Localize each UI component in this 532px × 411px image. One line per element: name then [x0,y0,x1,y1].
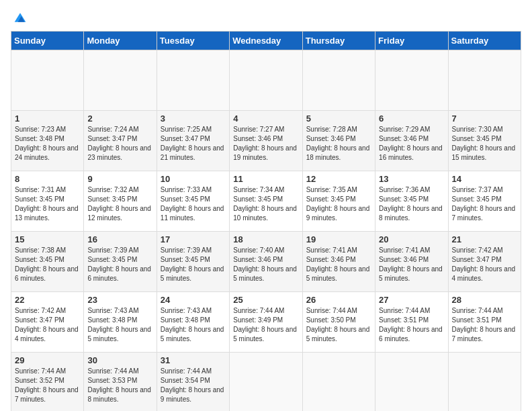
day-number: 29 [15,355,80,365]
calendar-cell: 2Sunrise: 7:24 AMSunset: 3:47 PMDaylight… [84,111,157,171]
calendar-table: SundayMondayTuesdayWednesdayThursdayFrid… [11,31,521,411]
day-number: 9 [87,174,152,184]
day-number: 18 [233,234,298,244]
calendar-cell: 25Sunrise: 7:44 AMSunset: 3:49 PMDayligh… [230,292,302,353]
calendar-cell [230,50,302,111]
calendar-day-header: Monday [84,32,157,50]
day-number: 11 [233,174,298,184]
calendar-cell: 23Sunrise: 7:43 AMSunset: 3:48 PMDayligh… [84,292,157,353]
day-number: 22 [15,295,80,305]
day-number: 3 [161,113,226,124]
day-number: 28 [452,295,517,305]
calendar-cell [302,50,375,111]
day-info: Sunrise: 7:44 AMSunset: 3:53 PMDaylight:… [87,367,152,404]
calendar-week-row: 29Sunrise: 7:44 AMSunset: 3:52 PMDayligh… [11,353,521,412]
calendar-cell [375,50,448,111]
day-info: Sunrise: 7:30 AMSunset: 3:45 PMDaylight:… [452,125,517,163]
day-info: Sunrise: 7:44 AMSunset: 3:51 PMDaylight:… [379,306,444,344]
day-info: Sunrise: 7:43 AMSunset: 3:48 PMDaylight:… [87,306,152,344]
day-number: 7 [452,113,517,124]
day-number: 17 [161,234,226,244]
day-info: Sunrise: 7:31 AMSunset: 3:45 PMDaylight:… [15,185,80,223]
calendar-cell: 29Sunrise: 7:44 AMSunset: 3:52 PMDayligh… [11,353,84,412]
day-info: Sunrise: 7:32 AMSunset: 3:45 PMDaylight:… [87,185,152,223]
calendar-cell [230,353,302,412]
day-info: Sunrise: 7:24 AMSunset: 3:47 PMDaylight:… [87,125,152,163]
day-number: 15 [15,234,80,244]
day-number: 4 [233,113,298,124]
calendar-cell: 21Sunrise: 7:42 AMSunset: 3:47 PMDayligh… [448,232,521,292]
calendar-cell [157,50,229,111]
calendar-cell: 28Sunrise: 7:44 AMSunset: 3:51 PMDayligh… [448,292,521,353]
calendar-cell: 17Sunrise: 7:39 AMSunset: 3:45 PMDayligh… [157,232,229,292]
day-info: Sunrise: 7:42 AMSunset: 3:47 PMDaylight:… [452,246,517,283]
calendar-day-header: Saturday [448,32,521,50]
day-number: 27 [379,295,444,305]
day-info: Sunrise: 7:33 AMSunset: 3:45 PMDaylight:… [161,185,226,223]
calendar-cell: 7Sunrise: 7:30 AMSunset: 3:45 PMDaylight… [448,111,521,171]
calendar-cell: 16Sunrise: 7:39 AMSunset: 3:45 PMDayligh… [84,232,157,292]
calendar-cell: 30Sunrise: 7:44 AMSunset: 3:53 PMDayligh… [84,353,157,412]
day-number: 30 [87,355,152,365]
day-info: Sunrise: 7:36 AMSunset: 3:45 PMDaylight:… [379,185,444,223]
day-info: Sunrise: 7:38 AMSunset: 3:45 PMDaylight:… [15,246,80,283]
page-header [11,11,521,24]
day-info: Sunrise: 7:39 AMSunset: 3:45 PMDaylight:… [87,246,152,283]
day-number: 14 [452,174,517,184]
day-number: 2 [87,113,152,124]
calendar-cell [448,353,521,412]
calendar-cell [302,353,375,412]
calendar-cell: 31Sunrise: 7:44 AMSunset: 3:54 PMDayligh… [157,353,229,412]
logo [11,11,27,24]
day-info: Sunrise: 7:44 AMSunset: 3:54 PMDaylight:… [161,367,226,404]
day-number: 26 [306,295,371,305]
day-number: 23 [87,295,152,305]
day-info: Sunrise: 7:44 AMSunset: 3:50 PMDaylight:… [306,306,371,344]
day-number: 10 [161,174,226,184]
calendar-day-header: Friday [375,32,448,50]
calendar-day-header: Thursday [302,32,375,50]
calendar-cell: 13Sunrise: 7:36 AMSunset: 3:45 PMDayligh… [375,171,448,232]
calendar-cell: 9Sunrise: 7:32 AMSunset: 3:45 PMDaylight… [84,171,157,232]
calendar-cell: 4Sunrise: 7:27 AMSunset: 3:46 PMDaylight… [230,111,302,171]
day-number: 13 [379,174,444,184]
day-info: Sunrise: 7:40 AMSunset: 3:46 PMDaylight:… [233,246,298,283]
calendar-cell: 26Sunrise: 7:44 AMSunset: 3:50 PMDayligh… [302,292,375,353]
calendar-cell [375,353,448,412]
day-number: 31 [161,355,226,365]
calendar-cell: 11Sunrise: 7:34 AMSunset: 3:45 PMDayligh… [230,171,302,232]
day-number: 20 [379,234,444,244]
day-info: Sunrise: 7:41 AMSunset: 3:46 PMDaylight:… [379,246,444,283]
calendar-cell: 24Sunrise: 7:43 AMSunset: 3:48 PMDayligh… [157,292,229,353]
logo-icon [13,11,27,24]
calendar-header-row: SundayMondayTuesdayWednesdayThursdayFrid… [11,32,521,50]
day-info: Sunrise: 7:27 AMSunset: 3:46 PMDaylight:… [233,125,298,163]
day-number: 12 [306,174,371,184]
day-number: 8 [15,174,80,184]
day-number: 21 [452,234,517,244]
day-info: Sunrise: 7:44 AMSunset: 3:51 PMDaylight:… [452,306,517,344]
day-number: 19 [306,234,371,244]
day-info: Sunrise: 7:42 AMSunset: 3:47 PMDaylight:… [15,306,80,344]
calendar-day-header: Tuesday [157,32,229,50]
calendar-day-header: Sunday [11,32,84,50]
calendar-cell: 10Sunrise: 7:33 AMSunset: 3:45 PMDayligh… [157,171,229,232]
calendar-cell: 14Sunrise: 7:37 AMSunset: 3:45 PMDayligh… [448,171,521,232]
day-info: Sunrise: 7:28 AMSunset: 3:46 PMDaylight:… [306,125,371,163]
day-info: Sunrise: 7:35 AMSunset: 3:45 PMDaylight:… [306,185,371,223]
day-number: 24 [161,295,226,305]
calendar-cell [11,50,84,111]
calendar-cell: 15Sunrise: 7:38 AMSunset: 3:45 PMDayligh… [11,232,84,292]
day-info: Sunrise: 7:25 AMSunset: 3:47 PMDaylight:… [161,125,226,163]
calendar-cell: 20Sunrise: 7:41 AMSunset: 3:46 PMDayligh… [375,232,448,292]
calendar-cell: 19Sunrise: 7:41 AMSunset: 3:46 PMDayligh… [302,232,375,292]
calendar-cell: 18Sunrise: 7:40 AMSunset: 3:46 PMDayligh… [230,232,302,292]
day-number: 6 [379,113,444,124]
day-info: Sunrise: 7:43 AMSunset: 3:48 PMDaylight:… [161,306,226,344]
calendar-cell: 6Sunrise: 7:29 AMSunset: 3:46 PMDaylight… [375,111,448,171]
day-info: Sunrise: 7:34 AMSunset: 3:45 PMDaylight:… [233,185,298,223]
calendar-week-row: 22Sunrise: 7:42 AMSunset: 3:47 PMDayligh… [11,292,521,353]
calendar-cell [84,50,157,111]
day-info: Sunrise: 7:37 AMSunset: 3:45 PMDaylight:… [452,185,517,223]
day-info: Sunrise: 7:44 AMSunset: 3:49 PMDaylight:… [233,306,298,344]
